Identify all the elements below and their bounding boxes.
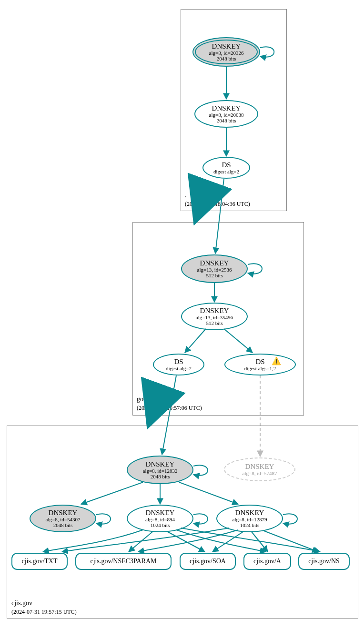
node-gov-ksk: DNSKEY alg=13, id=2536 512 bits: [181, 254, 248, 283]
label: DNSKEY: [245, 463, 274, 471]
rrset-txt: cjis.gov/TXT: [11, 553, 68, 570]
label: cjis.gov/NS: [308, 558, 340, 565]
node-gov-ds2: DS digest algs=1,2: [224, 354, 296, 375]
line1: alg=8, id=54307: [46, 517, 81, 522]
line2: 1024 bits: [151, 522, 170, 528]
line2: 2048 bits: [217, 56, 236, 61]
zone-cjis-ts: (2024-07-31 19:57:15 UTC): [11, 609, 77, 616]
line1: alg=8, id=894: [145, 517, 175, 522]
line1: alg=8, id=12879: [233, 517, 267, 522]
label: cjis.gov/TXT: [21, 558, 57, 565]
label: DNSKEY: [200, 307, 229, 315]
warning-icon: ⚠️: [272, 356, 281, 365]
node-gov-ds1: DS digest alg=2: [153, 354, 204, 375]
zone-gov-name: gov: [137, 396, 147, 403]
label: DS: [222, 161, 231, 169]
label: DNSKEY: [200, 259, 229, 267]
line1: alg=8, id=57487: [243, 470, 277, 476]
line1: digest algs=1,2: [244, 365, 276, 371]
line1: alg=8, id=20326: [209, 50, 244, 56]
node-cjis-k3: DNSKEY alg=8, id=894 1024 bits: [127, 505, 193, 532]
label: cjis.gov/NSEC3PARAM: [90, 558, 156, 565]
label: DNSKEY: [49, 509, 78, 517]
zone-root-name: .: [185, 192, 187, 199]
label: cjis.gov/SOA: [190, 558, 226, 565]
rrset-ns: cjis.gov/NS: [298, 553, 350, 570]
node-root-ksk: DNSKEY alg=8, id=20326 2048 bits: [192, 37, 260, 67]
rrset-nsec3: cjis.gov/NSEC3PARAM: [75, 553, 172, 570]
node-gov-zsk: DNSKEY alg=13, id=35496 512 bits: [181, 303, 248, 330]
line2: 512 bits: [206, 273, 222, 278]
line1: alg=8, id=20038: [209, 112, 244, 118]
label: DNSKEY: [212, 104, 241, 112]
line2: 2048 bits: [151, 474, 170, 479]
label: DNSKEY: [212, 42, 241, 51]
line2: 2048 bits: [217, 118, 236, 123]
label: DNSKEY: [146, 509, 175, 517]
zone-cjis-name: cjis.gov: [11, 599, 32, 607]
node-cjis-k2: DNSKEY alg=8, id=54307 2048 bits: [30, 505, 96, 532]
node-cjis-k4: DNSKEY alg=8, id=12879 1024 bits: [216, 505, 283, 532]
label: cjis.gov/A: [253, 558, 281, 565]
rrset-a: cjis.gov/A: [243, 553, 291, 570]
line1: digest alg=2: [213, 169, 239, 174]
zone-root-ts: (2024-07-31 18:04:36 UTC): [185, 201, 250, 208]
node-cjis-ksk: DNSKEY alg=8, id=12832 2048 bits: [127, 456, 193, 484]
label: DNSKEY: [146, 460, 175, 468]
line1: alg=13, id=2536: [197, 267, 232, 273]
line1: alg=8, id=12832: [143, 468, 178, 474]
line1: alg=13, id=35496: [196, 315, 233, 320]
svg-line-3: [195, 211, 199, 221]
line2: 1024 bits: [240, 522, 260, 528]
line2: 512 bits: [206, 320, 222, 326]
zone-gov-ts: (2024-07-31 19:57:06 UTC): [137, 405, 202, 412]
line1: digest alg=2: [166, 365, 192, 371]
svg-line-8: [149, 415, 152, 425]
node-root-ds: DS digest alg=2: [202, 157, 250, 179]
label: DS: [255, 358, 264, 366]
node-root-zsk: DNSKEY alg=8, id=20038 2048 bits: [194, 100, 258, 128]
node-cjis-ghost: DNSKEY alg=8, id=57487: [224, 457, 295, 481]
label: DS: [174, 358, 183, 366]
rrset-soa: cjis.gov/SOA: [180, 553, 236, 570]
line2: 2048 bits: [53, 522, 73, 528]
label: DNSKEY: [235, 509, 264, 517]
